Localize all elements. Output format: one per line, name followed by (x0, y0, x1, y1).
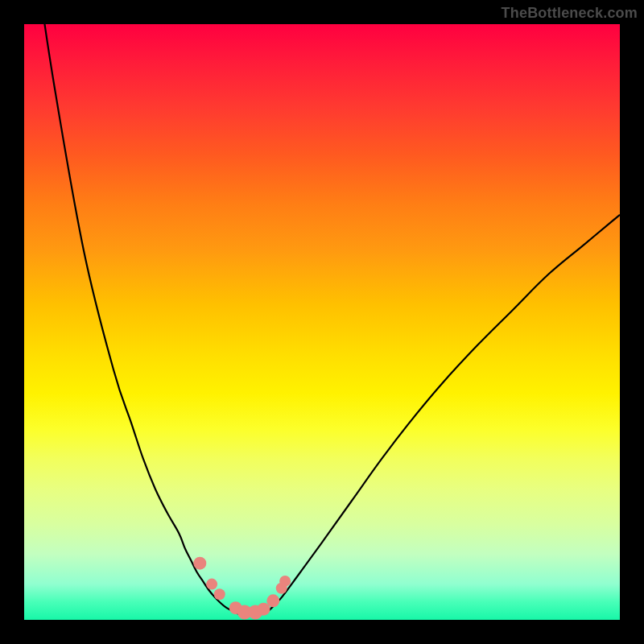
data-marker (266, 594, 279, 607)
attribution-label: TheBottleneck.com (502, 5, 638, 22)
chart-svg (24, 24, 620, 620)
data-marker (193, 557, 206, 570)
data-marker (279, 576, 291, 587)
bottleneck-curve (36, 24, 620, 615)
data-marker (206, 579, 217, 590)
plot-area (24, 24, 620, 620)
chart-frame: TheBottleneck.com (0, 0, 644, 644)
data-marker (214, 588, 225, 600)
